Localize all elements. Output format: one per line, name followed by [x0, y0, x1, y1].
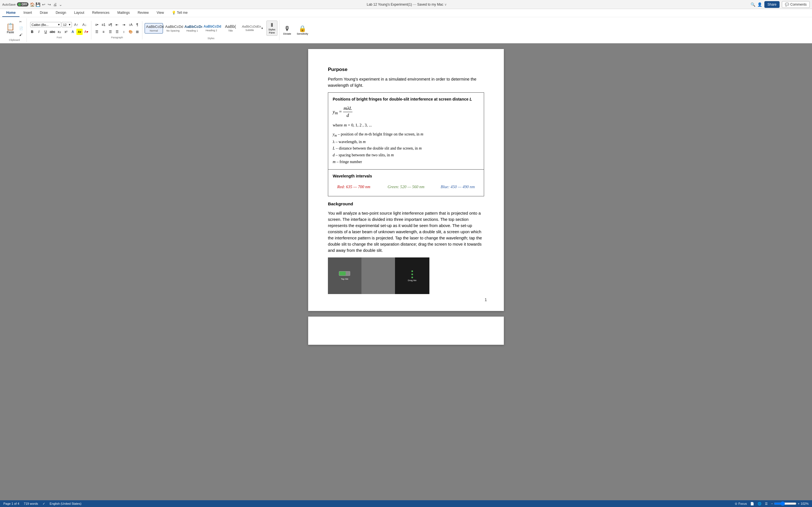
justify-button[interactable]: ☰ [114, 29, 120, 35]
tab-insert[interactable]: Insert [19, 9, 36, 17]
home-icon[interactable]: 🏠 [30, 2, 35, 7]
title-bar: AutoSave OFF 🏠 💾 ↩ ↪ 🖨 ⌄ Lab 12 Young's … [0, 0, 812, 9]
font-label: Font [57, 36, 62, 39]
zoom-in-button[interactable]: + [798, 502, 799, 505]
status-right: ⊙ Focus 📄 🌐 ☰ − + 102% [735, 501, 809, 506]
page-1: Purpose Perform Young's experiment in a … [308, 49, 504, 311]
more-icon[interactable]: ⌄ [58, 2, 63, 7]
pages-container: Purpose Perform Young's experiment in a … [308, 49, 504, 507]
wavelength-section: Wavelength intervals Red: 635 — 700 nm G… [328, 170, 484, 196]
tab-layout[interactable]: Layout [70, 9, 88, 17]
web-view-button[interactable]: 🌐 [758, 502, 762, 506]
clipboard-content: 📋 Paste ✂ 📄 🖌 [4, 19, 25, 38]
style-heading2[interactable]: AaBbCcDdE Heading 2 [202, 23, 220, 33]
strikethrough-button[interactable]: abc [49, 29, 56, 35]
view-print-button[interactable]: 📄 [750, 502, 754, 506]
document-area[interactable]: Purpose Perform Young's experiment in a … [0, 43, 812, 507]
bold-button[interactable]: B [29, 29, 35, 35]
ribbon: Home Insert Draw Design Layout Reference… [0, 9, 812, 43]
comments-button[interactable]: 💬 Comments [782, 1, 810, 8]
style-h1-label: Heading 1 [185, 29, 200, 32]
sort-button[interactable]: ↕A [128, 22, 134, 28]
purpose-paragraph: Perform Young's experiment in a simulate… [328, 76, 484, 89]
formula-main-section: Positions of bright fringes for double-s… [328, 93, 484, 169]
tab-tell-me[interactable]: 💡 Tell me [168, 9, 192, 17]
tab-home[interactable]: Home [2, 9, 19, 17]
multilevel-button[interactable]: ≡¶ [107, 22, 113, 28]
tab-design[interactable]: Design [52, 9, 70, 17]
subscript-button[interactable]: x₂ [56, 29, 62, 35]
redo-icon[interactable]: ↪ [47, 2, 52, 7]
increase-indent-button[interactable]: ⇥ [121, 22, 127, 28]
paste-label: Paste [7, 31, 14, 34]
print-icon[interactable]: 🖨 [53, 2, 57, 7]
save-icon[interactable]: 💾 [36, 2, 40, 7]
green-range: Green: 520 — 560 nm [383, 184, 429, 190]
align-center-button[interactable]: ≡ [100, 29, 107, 35]
line-spacing-button[interactable]: ↕ [121, 29, 127, 35]
zoom-controls[interactable]: − + 102% [771, 501, 809, 506]
text-effects-button[interactable]: A [70, 29, 76, 35]
highlight-button[interactable]: A▾ [77, 29, 83, 35]
shading-button[interactable]: 🎨 [128, 29, 134, 35]
search-icon[interactable]: 🔍 [751, 2, 755, 7]
numbering-button[interactable]: ≡1 [100, 22, 107, 28]
word-count-label: 719 words [24, 502, 38, 505]
superscript-button[interactable]: x² [63, 29, 69, 35]
tab-draw[interactable]: Draw [36, 9, 52, 17]
style-subtitle[interactable]: AaBbCcDdEe Subtitle [241, 23, 259, 33]
cut-button[interactable]: ✂ [17, 19, 25, 25]
sensitivity-button[interactable]: 🔒 Sensitivity [295, 24, 310, 36]
formula-fraction: mλL d [343, 105, 353, 119]
outline-view-button[interactable]: ☰ [765, 502, 768, 506]
underline-button[interactable]: U [43, 29, 49, 35]
spell-check-icon[interactable]: ✓ [43, 502, 45, 506]
paragraph-label: Paragraph [111, 36, 123, 39]
font-color-button[interactable]: A▾ [83, 29, 89, 35]
language-display: English (United States) [50, 502, 82, 505]
decrease-indent-button[interactable]: ⇤ [114, 22, 120, 28]
style-no-spacing[interactable]: AaBbCcDdEe No Spacing [164, 23, 182, 34]
tab-view[interactable]: View [153, 9, 168, 17]
font-format-row: B I U abc x₂ x² A A▾ A▾ [29, 29, 89, 35]
align-right-button[interactable]: ☰ [107, 29, 113, 35]
zoom-out-button[interactable]: − [771, 502, 773, 505]
tab-review[interactable]: Review [134, 9, 153, 17]
styles-pane-icon: Ⅱ [271, 22, 273, 28]
font-name-selector[interactable]: Calibri (Bo... ▾ [30, 22, 61, 27]
style-nospace-preview: AaBbCcDdEe [165, 24, 181, 29]
background-paragraph: You will analyze a two-point source ligh… [328, 210, 484, 253]
style-normal[interactable]: AaBbCcDdEe Normal [145, 23, 163, 34]
align-left-button[interactable]: ☰ [94, 29, 100, 35]
styles-pane-button[interactable]: Ⅱ StylesPane [266, 20, 277, 36]
share-button[interactable]: Share [764, 1, 779, 8]
zoom-slider[interactable] [774, 501, 797, 506]
borders-button[interactable]: ⊞ [134, 29, 140, 35]
undo-icon[interactable]: ↩ [42, 2, 46, 7]
tab-mailings[interactable]: Mailings [113, 9, 134, 17]
styles-pane-label: StylesPane [268, 28, 275, 34]
print-view-icon: 📄 [750, 502, 754, 506]
autosave-toggle[interactable]: AutoSave OFF [2, 2, 29, 6]
title-bar-title: Lab 12 Young's Experiment(1) — Saved to … [65, 3, 749, 6]
format-painter-button[interactable]: 🖌 [17, 32, 25, 38]
user-icon[interactable]: 👤 [758, 2, 762, 7]
formula-denominator: d [346, 112, 350, 119]
styles-gallery: AaBbCcDdEe Normal AaBbCcDdEe No Spacing … [145, 23, 265, 34]
italic-button[interactable]: I [36, 29, 42, 35]
image-screen-section: Drag Me [395, 258, 429, 294]
dictate-button[interactable]: 🎙 Dictate [282, 24, 293, 36]
font-size-selector[interactable]: 12 ▾ [62, 22, 72, 27]
focus-button[interactable]: ⊙ Focus [735, 502, 747, 506]
tab-references[interactable]: References [88, 9, 113, 17]
style-title[interactable]: AaBb( Title [221, 23, 240, 34]
styles-more-button[interactable]: ▾ [260, 25, 265, 31]
bullets-button[interactable]: ≡• [94, 22, 100, 28]
show-formatting-button[interactable]: ¶ [134, 22, 140, 28]
shrink-font-button[interactable]: A↓ [81, 21, 88, 28]
grow-font-button[interactable]: A↑ [72, 21, 80, 28]
copy-button[interactable]: 📄 [17, 25, 25, 31]
style-heading1[interactable]: AaBbCcDd Heading 1 [183, 23, 201, 34]
fringe-dot-2 [411, 274, 413, 275]
paste-button[interactable]: 📋 Paste [4, 22, 17, 35]
